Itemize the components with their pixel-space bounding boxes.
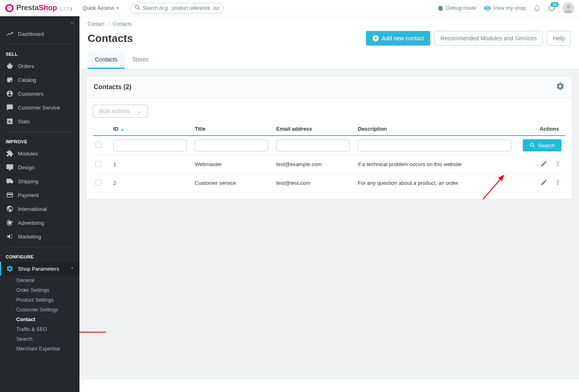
sub-traffic-seo[interactable]: Traffic & SEO [0, 324, 79, 334]
bulk-actions-button[interactable]: Bulk actions [93, 105, 148, 118]
tabs: Contacts Stores [88, 51, 571, 69]
col-title[interactable]: Title [192, 123, 274, 136]
top-header: PrestaShop 1.7.7.3 Quick Access Debug mo… [0, 0, 579, 16]
search-input[interactable] [130, 3, 224, 13]
shopping-notif[interactable]: 15 [548, 4, 555, 12]
recommended-modules-button[interactable]: Recommended Modules and Services [434, 31, 543, 46]
breadcrumb-parent[interactable]: Contact [88, 21, 104, 27]
sub-merchant-expertise[interactable]: Merchant Expertise [0, 344, 79, 354]
sub-order-settings[interactable]: Order Settings [0, 285, 79, 295]
cell-title: Webmaster [192, 155, 274, 174]
search-icon [134, 4, 141, 12]
truck-icon [6, 177, 14, 185]
collapse-sidebar-button[interactable]: « [0, 20, 79, 27]
nav-modules[interactable]: Modules [0, 147, 79, 160]
help-button[interactable]: Help [547, 31, 571, 46]
puzzle-icon [6, 150, 14, 157]
table-row: 1 Webmaster test@example.com If a techni… [93, 155, 566, 174]
add-circle-icon [372, 35, 379, 42]
brand-logo[interactable]: PrestaShop [5, 4, 57, 13]
card-settings-icon[interactable] [556, 82, 565, 92]
contacts-table: ID▲ Title Email address Description Acti… [93, 123, 566, 193]
nav-design[interactable]: Design [0, 160, 79, 174]
desktop-icon [6, 164, 14, 171]
cell-description: If a technical problem occurs on this we… [355, 155, 520, 174]
cell-id: 1 [111, 155, 192, 174]
nav-shop-parameters[interactable]: Shop Parameters ⌃ [0, 262, 79, 276]
nav-shipping[interactable]: Shipping [0, 174, 79, 188]
nav-marketing[interactable]: Marketing [0, 230, 79, 243]
tab-stores[interactable]: Stores [125, 51, 156, 69]
cell-id: 2 [111, 174, 192, 193]
col-actions: Actions [520, 123, 566, 136]
chevron-up-icon: ⌃ [70, 267, 74, 271]
cell-email: test@example.com [274, 155, 355, 174]
filter-id-input[interactable] [113, 140, 187, 151]
nav-dashboard[interactable]: Dashboard [0, 27, 79, 41]
person-icon [6, 90, 14, 97]
row-checkbox[interactable] [95, 161, 101, 167]
sub-search[interactable]: Search [0, 334, 79, 344]
search-icon [529, 142, 536, 149]
col-description[interactable]: Description [355, 123, 520, 136]
search-button[interactable]: Search [523, 139, 561, 151]
quick-access-menu[interactable]: Quick Access [83, 5, 119, 11]
brand-text-2: Shop [39, 4, 57, 12]
chat-icon [6, 104, 14, 111]
row-checkbox[interactable] [95, 180, 101, 186]
avatar-icon [563, 2, 574, 14]
svg-point-1 [7, 5, 12, 11]
add-contact-button[interactable]: Add new contact [366, 31, 430, 46]
nav-customers[interactable]: Customers [0, 87, 79, 101]
nav-stats[interactable]: Stats [0, 114, 79, 128]
edit-icon[interactable] [540, 160, 548, 169]
contacts-card: Contacts (2) Bulk actions ID▲ Title Emai… [86, 76, 572, 199]
nav-customer-service[interactable]: Customer Service [0, 101, 79, 114]
sub-product-settings[interactable]: Product Settings [0, 295, 79, 305]
trending-icon [6, 30, 14, 37]
more-icon[interactable] [554, 179, 561, 187]
page-header: Contact / Contacts Contacts Add new cont… [79, 16, 579, 69]
user-avatar[interactable] [563, 2, 574, 14]
debug-mode-link[interactable]: Debug mode [437, 4, 476, 12]
filter-description-input[interactable] [358, 140, 511, 151]
notifications-bell[interactable] [533, 4, 541, 12]
gear-icon [6, 265, 14, 272]
filter-title-input[interactable] [195, 140, 268, 151]
cell-description: For any question about a product, an ord… [355, 174, 520, 193]
bug-icon [437, 4, 444, 12]
breadcrumb-current: Contacts [112, 21, 132, 27]
page-title: Contacts [88, 32, 133, 45]
card-icon [6, 191, 14, 199]
nav-catalog[interactable]: Catalog [0, 73, 79, 87]
section-configure: CONFIGURE [0, 250, 79, 262]
edit-icon[interactable] [540, 179, 548, 187]
bar-chart-icon [6, 118, 14, 125]
brand-text-1: Presta [16, 4, 39, 12]
svg-point-2 [8, 7, 9, 8]
nav-international[interactable]: International [0, 202, 79, 216]
sub-customer-settings[interactable]: Customer Settings [0, 305, 79, 315]
col-email[interactable]: Email address [274, 123, 355, 136]
svg-point-3 [9, 7, 11, 8]
view-shop-link[interactable]: View my shop [484, 4, 526, 12]
header-search [130, 3, 224, 13]
nav-payment[interactable]: Payment [0, 188, 79, 202]
nav-advertising[interactable]: Advertising [0, 216, 79, 230]
sidebar: « Dashboard SELL Orders Catalog Customer… [0, 16, 79, 380]
cell-email: test@test.com [274, 174, 355, 193]
megaphone-icon [6, 233, 14, 240]
filter-email-input[interactable] [276, 140, 350, 151]
sub-contact[interactable]: Contact [0, 315, 79, 324]
tab-contacts[interactable]: Contacts [88, 51, 125, 69]
col-id[interactable]: ID▲ [111, 123, 192, 136]
select-all-checkbox[interactable] [95, 142, 101, 148]
basket-icon [6, 62, 14, 70]
section-improve: IMPROVE [0, 135, 79, 147]
more-icon[interactable] [554, 160, 561, 169]
nav-orders[interactable]: Orders [0, 59, 79, 73]
version-text: 1.7.7.3 [59, 7, 72, 11]
sub-general[interactable]: General [0, 276, 79, 285]
table-row: 2 Customer service test@test.com For any… [93, 174, 566, 193]
store-icon [6, 76, 14, 83]
